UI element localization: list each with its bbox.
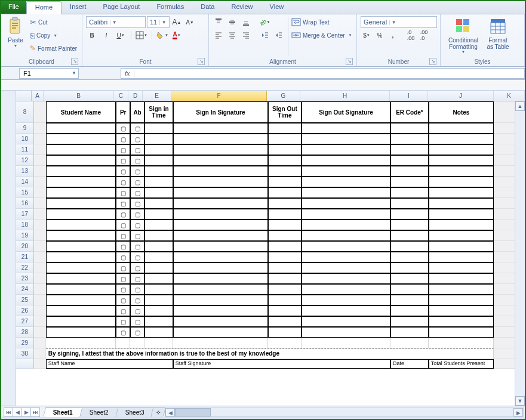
cell-absent-checkbox[interactable]: [130, 166, 144, 177]
row-header[interactable]: 20: [16, 241, 34, 252]
cell-notes[interactable]: [429, 284, 494, 295]
cell-signin-sig[interactable]: [173, 198, 268, 209]
cell-notes[interactable]: [429, 166, 494, 177]
cell[interactable]: [34, 166, 46, 177]
cell-er-code[interactable]: [390, 166, 429, 177]
cell-signin-sig[interactable]: [173, 273, 268, 284]
cell-present-checkbox[interactable]: [116, 273, 130, 284]
cell-signin-sig[interactable]: [173, 155, 268, 166]
scroll-down-button[interactable]: ▼: [515, 396, 525, 406]
bold-button[interactable]: B: [86, 29, 98, 41]
cell-signout-time[interactable]: [268, 144, 302, 155]
cell-student-name[interactable]: [46, 166, 116, 177]
cell-signout-time[interactable]: [268, 316, 302, 327]
cell-signout-time[interactable]: [268, 284, 302, 295]
header-h[interactable]: Sign Out Signature: [302, 101, 390, 123]
cell-signin-time[interactable]: [144, 262, 173, 273]
row-header[interactable]: 12: [16, 155, 34, 166]
cell-present-checkbox[interactable]: [116, 284, 130, 295]
cell-signout-sig[interactable]: [302, 198, 390, 209]
cell-signout-time[interactable]: [268, 252, 302, 262]
cell-notes[interactable]: [429, 252, 494, 262]
cell[interactable]: [130, 338, 144, 348]
cell-student-name[interactable]: [46, 273, 116, 284]
row-header[interactable]: 23: [16, 273, 34, 284]
cell-signin-time[interactable]: [144, 252, 173, 262]
cell-student-name[interactable]: [46, 134, 116, 144]
cell-student-name[interactable]: [46, 209, 116, 220]
cell-er-code[interactable]: [390, 123, 429, 134]
cell-er-code[interactable]: [390, 284, 429, 295]
cell-student-name[interactable]: [46, 220, 116, 230]
paste-button[interactable]: Paste ▼: [4, 16, 27, 49]
cell-signout-time[interactable]: [268, 166, 302, 177]
cell-signin-sig[interactable]: [173, 252, 268, 262]
cell[interactable]: [34, 295, 46, 305]
cell-signout-sig[interactable]: [302, 177, 390, 187]
cell-present-checkbox[interactable]: [116, 262, 130, 273]
cell-notes[interactable]: [429, 144, 494, 155]
orientation-button[interactable]: ab▼: [259, 16, 271, 28]
cell-notes[interactable]: [429, 134, 494, 144]
cell-signout-time[interactable]: [268, 241, 302, 252]
comma-button[interactable]: ,: [387, 29, 399, 41]
copy-button[interactable]: Copy▼: [29, 29, 78, 42]
cell-signin-time[interactable]: [144, 230, 173, 241]
increase-decimal-button[interactable]: .0.00: [405, 29, 417, 41]
cell-student-name[interactable]: [46, 327, 116, 338]
tab-data[interactable]: Data: [192, 1, 223, 14]
cell-absent-checkbox[interactable]: [130, 209, 144, 220]
col-header-K[interactable]: K: [494, 91, 525, 101]
cell-signin-time[interactable]: [144, 209, 173, 220]
cell-signin-time[interactable]: [144, 155, 173, 166]
cell-student-name[interactable]: [46, 284, 116, 295]
cell-er-code[interactable]: [390, 155, 429, 166]
cell-student-name[interactable]: [46, 316, 116, 327]
cell-signout-sig[interactable]: [302, 144, 390, 155]
shrink-font-button[interactable]: A▼: [184, 16, 196, 28]
decrease-decimal-button[interactable]: .00.0: [418, 29, 430, 41]
cell[interactable]: [34, 134, 46, 144]
row-header[interactable]: 30: [16, 348, 34, 359]
cell-signin-sig[interactable]: [173, 316, 268, 327]
cell-signout-time[interactable]: [268, 123, 302, 134]
cell-student-name[interactable]: [46, 305, 116, 316]
grow-font-button[interactable]: A▲: [171, 16, 183, 28]
cell-signin-time[interactable]: [144, 123, 173, 134]
increase-indent-button[interactable]: [273, 29, 285, 41]
cell-absent-checkbox[interactable]: [130, 327, 144, 338]
cell-signout-time[interactable]: [268, 305, 302, 316]
cell-signin-sig[interactable]: [173, 187, 268, 198]
cell-signin-sig[interactable]: [173, 134, 268, 144]
cell-student-name[interactable]: [46, 295, 116, 305]
cell-present-checkbox[interactable]: [116, 209, 130, 220]
cell-notes[interactable]: [429, 262, 494, 273]
format-painter-button[interactable]: Format Painter: [29, 42, 78, 55]
cell[interactable]: [429, 338, 494, 348]
row-header[interactable]: 8: [16, 101, 34, 123]
cell-signout-sig[interactable]: [302, 220, 390, 230]
cell-absent-checkbox[interactable]: [130, 187, 144, 198]
cell-student-name[interactable]: [46, 144, 116, 155]
row-header[interactable]: 26: [16, 305, 34, 316]
cell-signin-sig[interactable]: [173, 123, 268, 134]
row-header[interactable]: 21: [16, 252, 34, 262]
cell-absent-checkbox[interactable]: [130, 230, 144, 241]
row-header[interactable]: 15: [16, 187, 34, 198]
cell-signin-sig[interactable]: [173, 144, 268, 155]
cell[interactable]: [34, 209, 46, 220]
underline-button[interactable]: U▼: [115, 29, 127, 41]
new-sheet-button[interactable]: ✧: [150, 407, 166, 417]
tab-formulas[interactable]: Formulas: [148, 1, 192, 14]
row-header[interactable]: 19: [16, 230, 34, 241]
cell-absent-checkbox[interactable]: [130, 262, 144, 273]
cell-signout-sig[interactable]: [302, 155, 390, 166]
cell[interactable]: [34, 338, 46, 348]
scrollbar-thumb[interactable]: [175, 408, 211, 416]
row-header[interactable]: [16, 359, 34, 369]
font-name-combo[interactable]: Calibri▼: [86, 16, 146, 28]
header-b[interactable]: Student Name: [46, 101, 116, 123]
tab-review[interactable]: Review: [223, 1, 261, 14]
cell-signin-sig[interactable]: [173, 241, 268, 252]
font-launcher[interactable]: ↘: [198, 58, 205, 65]
